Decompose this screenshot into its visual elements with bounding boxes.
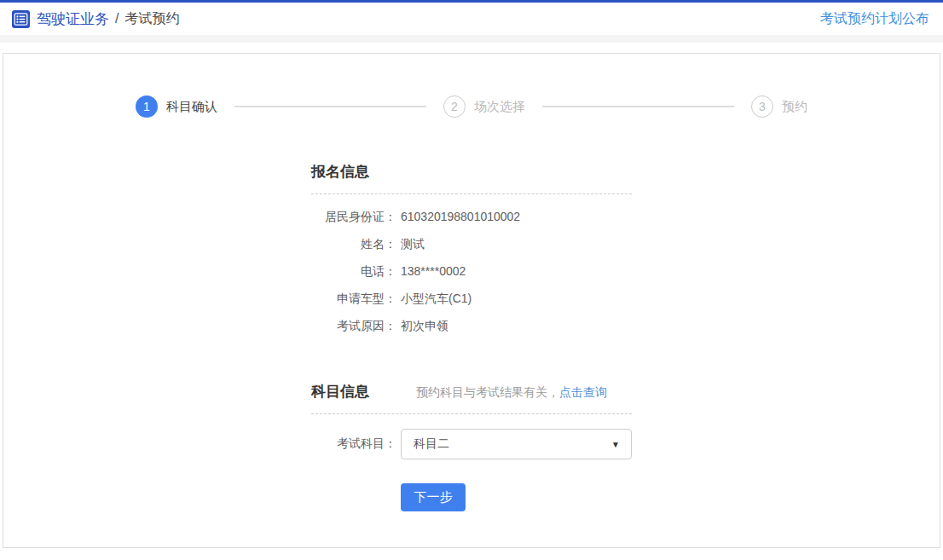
field-value: 初次申领 xyxy=(396,319,632,334)
list-icon xyxy=(12,10,30,28)
subject-info-header: 科目信息 预约科目与考试结果有关，点击查询 xyxy=(311,382,632,414)
step-1-label: 科目确认 xyxy=(166,99,217,115)
enroll-info-fields: 居民身份证： 610320198801010002 姓名： 测试 电话： 138… xyxy=(311,204,632,340)
step-wizard: 1 科目确认 2 场次选择 3 预约 xyxy=(3,54,940,118)
form-content: 报名信息 居民身份证： 610320198801010002 姓名： 测试 电话… xyxy=(311,162,632,511)
breadcrumb-section[interactable]: 驾驶证业务 xyxy=(37,9,109,29)
breadcrumb-separator: / xyxy=(115,11,119,26)
note-text: 预约科目与考试结果有关， xyxy=(416,385,559,399)
enroll-info-title: 报名信息 xyxy=(311,162,369,182)
step-item-subject-confirm: 1 科目确认 xyxy=(136,95,217,118)
field-value: 测试 xyxy=(396,237,632,252)
chevron-down-icon: ▼ xyxy=(611,440,620,449)
subject-info-title: 科目信息 xyxy=(311,382,369,401)
field-row-name: 姓名： 测试 xyxy=(311,231,632,258)
field-label: 居民身份证： xyxy=(311,210,396,225)
exam-subject-select[interactable]: 科目二 ▼ xyxy=(401,429,632,459)
main-panel: 1 科目确认 2 场次选择 3 预约 报名信息 居民身份证： 610320198… xyxy=(3,53,940,548)
step-2-indicator: 2 xyxy=(443,95,466,118)
exam-subject-selected-value: 科目二 xyxy=(414,436,449,452)
field-value: 小型汽车(C1) xyxy=(396,292,632,307)
breadcrumb: 驾驶证业务 / 考试预约 xyxy=(12,9,179,29)
subject-info-note: 预约科目与考试结果有关，点击查询 xyxy=(416,385,607,401)
header-divider-band xyxy=(0,35,943,43)
field-value: 610320198801010002 xyxy=(396,210,632,225)
field-label: 考试原因： xyxy=(311,319,396,334)
field-row-exam-reason: 考试原因： 初次申领 xyxy=(311,313,632,340)
field-value: 138****0002 xyxy=(396,264,632,280)
step-3-label: 预约 xyxy=(782,99,807,115)
step-1-indicator: 1 xyxy=(136,95,158,118)
field-label: 电话： xyxy=(311,264,396,280)
step-item-reserve: 3 预约 xyxy=(751,95,807,118)
step-connector xyxy=(542,106,734,107)
step-item-session-select: 2 场次选择 xyxy=(443,95,525,118)
field-row-id-number: 居民身份证： 610320198801010002 xyxy=(311,204,632,231)
enroll-info-header: 报名信息 xyxy=(311,162,632,194)
field-row-phone: 电话： 138****0002 xyxy=(311,258,632,286)
step-connector xyxy=(234,106,426,107)
top-bar: 驾驶证业务 / 考试预约 考试预约计划公布 xyxy=(0,0,943,35)
query-result-link[interactable]: 点击查询 xyxy=(559,385,607,399)
breadcrumb-page: 考试预约 xyxy=(124,10,179,28)
next-step-button[interactable]: 下一步 xyxy=(401,483,466,511)
exam-subject-row: 考试科目： 科目二 ▼ xyxy=(311,429,632,459)
exam-plan-link[interactable]: 考试预约计划公布 xyxy=(820,10,929,28)
exam-subject-label: 考试科目： xyxy=(311,436,396,452)
step-3-indicator: 3 xyxy=(751,95,773,118)
field-row-vehicle-type: 申请车型： 小型汽车(C1) xyxy=(311,286,632,313)
step-2-label: 场次选择 xyxy=(474,99,525,115)
field-label: 姓名： xyxy=(311,237,396,252)
field-label: 申请车型： xyxy=(311,292,396,307)
